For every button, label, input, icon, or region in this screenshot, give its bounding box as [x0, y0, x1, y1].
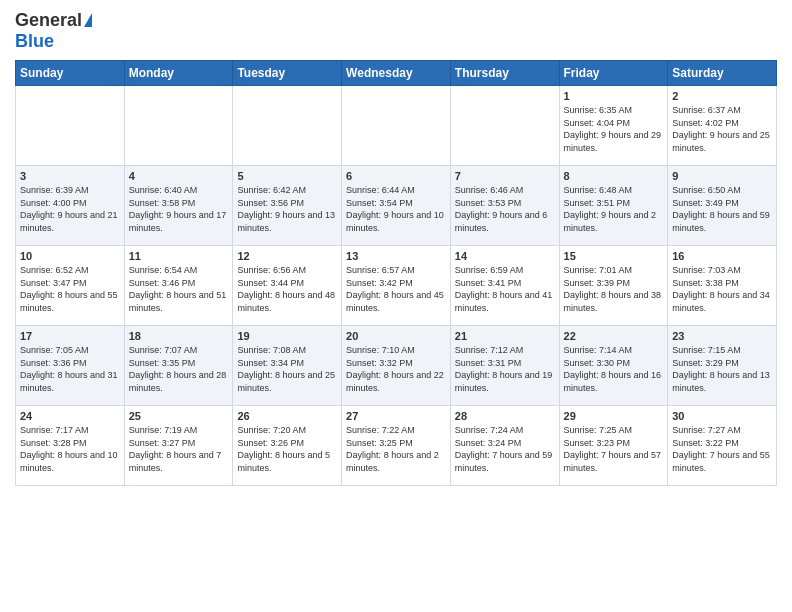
- day-info: Sunrise: 7:08 AM Sunset: 3:34 PM Dayligh…: [237, 344, 337, 394]
- day-number: 2: [672, 90, 772, 102]
- day-number: 26: [237, 410, 337, 422]
- day-info: Sunrise: 7:14 AM Sunset: 3:30 PM Dayligh…: [564, 344, 664, 394]
- calendar-cell: 26Sunrise: 7:20 AM Sunset: 3:26 PM Dayli…: [233, 406, 342, 486]
- day-number: 3: [20, 170, 120, 182]
- calendar-cell: 19Sunrise: 7:08 AM Sunset: 3:34 PM Dayli…: [233, 326, 342, 406]
- day-info: Sunrise: 6:39 AM Sunset: 4:00 PM Dayligh…: [20, 184, 120, 234]
- calendar-cell: [124, 86, 233, 166]
- calendar-week-row: 1Sunrise: 6:35 AM Sunset: 4:04 PM Daylig…: [16, 86, 777, 166]
- day-number: 29: [564, 410, 664, 422]
- calendar-cell: 3Sunrise: 6:39 AM Sunset: 4:00 PM Daylig…: [16, 166, 125, 246]
- calendar-cell: 7Sunrise: 6:46 AM Sunset: 3:53 PM Daylig…: [450, 166, 559, 246]
- calendar-cell: 22Sunrise: 7:14 AM Sunset: 3:30 PM Dayli…: [559, 326, 668, 406]
- day-info: Sunrise: 6:57 AM Sunset: 3:42 PM Dayligh…: [346, 264, 446, 314]
- day-info: Sunrise: 7:24 AM Sunset: 3:24 PM Dayligh…: [455, 424, 555, 474]
- calendar-cell: 14Sunrise: 6:59 AM Sunset: 3:41 PM Dayli…: [450, 246, 559, 326]
- day-number: 27: [346, 410, 446, 422]
- calendar-cell: 27Sunrise: 7:22 AM Sunset: 3:25 PM Dayli…: [342, 406, 451, 486]
- day-number: 19: [237, 330, 337, 342]
- day-number: 10: [20, 250, 120, 262]
- day-info: Sunrise: 6:37 AM Sunset: 4:02 PM Dayligh…: [672, 104, 772, 154]
- calendar-header-row: SundayMondayTuesdayWednesdayThursdayFrid…: [16, 61, 777, 86]
- day-number: 30: [672, 410, 772, 422]
- day-info: Sunrise: 7:10 AM Sunset: 3:32 PM Dayligh…: [346, 344, 446, 394]
- day-info: Sunrise: 6:35 AM Sunset: 4:04 PM Dayligh…: [564, 104, 664, 154]
- day-number: 18: [129, 330, 229, 342]
- main-container: General Blue SundayMondayTuesdayWednesda…: [0, 0, 792, 496]
- calendar-cell: 13Sunrise: 6:57 AM Sunset: 3:42 PM Dayli…: [342, 246, 451, 326]
- day-info: Sunrise: 6:59 AM Sunset: 3:41 PM Dayligh…: [455, 264, 555, 314]
- day-info: Sunrise: 7:22 AM Sunset: 3:25 PM Dayligh…: [346, 424, 446, 474]
- day-number: 9: [672, 170, 772, 182]
- calendar-cell: 16Sunrise: 7:03 AM Sunset: 3:38 PM Dayli…: [668, 246, 777, 326]
- calendar-cell: 12Sunrise: 6:56 AM Sunset: 3:44 PM Dayli…: [233, 246, 342, 326]
- calendar-cell: 15Sunrise: 7:01 AM Sunset: 3:39 PM Dayli…: [559, 246, 668, 326]
- day-number: 21: [455, 330, 555, 342]
- day-number: 22: [564, 330, 664, 342]
- calendar-cell: 8Sunrise: 6:48 AM Sunset: 3:51 PM Daylig…: [559, 166, 668, 246]
- day-number: 1: [564, 90, 664, 102]
- day-info: Sunrise: 6:42 AM Sunset: 3:56 PM Dayligh…: [237, 184, 337, 234]
- logo-blue-text: Blue: [15, 31, 54, 52]
- day-number: 13: [346, 250, 446, 262]
- day-info: Sunrise: 7:20 AM Sunset: 3:26 PM Dayligh…: [237, 424, 337, 474]
- day-number: 15: [564, 250, 664, 262]
- day-info: Sunrise: 7:15 AM Sunset: 3:29 PM Dayligh…: [672, 344, 772, 394]
- calendar-week-row: 3Sunrise: 6:39 AM Sunset: 4:00 PM Daylig…: [16, 166, 777, 246]
- weekday-header-thursday: Thursday: [450, 61, 559, 86]
- weekday-header-sunday: Sunday: [16, 61, 125, 86]
- day-info: Sunrise: 6:50 AM Sunset: 3:49 PM Dayligh…: [672, 184, 772, 234]
- day-info: Sunrise: 7:12 AM Sunset: 3:31 PM Dayligh…: [455, 344, 555, 394]
- day-info: Sunrise: 7:03 AM Sunset: 3:38 PM Dayligh…: [672, 264, 772, 314]
- calendar-cell: 5Sunrise: 6:42 AM Sunset: 3:56 PM Daylig…: [233, 166, 342, 246]
- calendar-table: SundayMondayTuesdayWednesdayThursdayFrid…: [15, 60, 777, 486]
- day-info: Sunrise: 7:25 AM Sunset: 3:23 PM Dayligh…: [564, 424, 664, 474]
- calendar-cell: [233, 86, 342, 166]
- calendar-cell: 4Sunrise: 6:40 AM Sunset: 3:58 PM Daylig…: [124, 166, 233, 246]
- calendar-week-row: 10Sunrise: 6:52 AM Sunset: 3:47 PM Dayli…: [16, 246, 777, 326]
- day-info: Sunrise: 6:52 AM Sunset: 3:47 PM Dayligh…: [20, 264, 120, 314]
- day-number: 12: [237, 250, 337, 262]
- day-info: Sunrise: 7:17 AM Sunset: 3:28 PM Dayligh…: [20, 424, 120, 474]
- day-number: 8: [564, 170, 664, 182]
- day-number: 5: [237, 170, 337, 182]
- calendar-cell: [450, 86, 559, 166]
- day-number: 17: [20, 330, 120, 342]
- day-info: Sunrise: 7:27 AM Sunset: 3:22 PM Dayligh…: [672, 424, 772, 474]
- calendar-cell: 30Sunrise: 7:27 AM Sunset: 3:22 PM Dayli…: [668, 406, 777, 486]
- logo: General Blue: [15, 10, 92, 52]
- day-info: Sunrise: 7:19 AM Sunset: 3:27 PM Dayligh…: [129, 424, 229, 474]
- calendar-cell: 9Sunrise: 6:50 AM Sunset: 3:49 PM Daylig…: [668, 166, 777, 246]
- logo-general-text: General: [15, 10, 82, 31]
- weekday-header-tuesday: Tuesday: [233, 61, 342, 86]
- day-number: 24: [20, 410, 120, 422]
- day-info: Sunrise: 6:44 AM Sunset: 3:54 PM Dayligh…: [346, 184, 446, 234]
- calendar-cell: 20Sunrise: 7:10 AM Sunset: 3:32 PM Dayli…: [342, 326, 451, 406]
- day-number: 4: [129, 170, 229, 182]
- calendar-cell: 10Sunrise: 6:52 AM Sunset: 3:47 PM Dayli…: [16, 246, 125, 326]
- day-number: 23: [672, 330, 772, 342]
- calendar-cell: [342, 86, 451, 166]
- calendar-cell: 24Sunrise: 7:17 AM Sunset: 3:28 PM Dayli…: [16, 406, 125, 486]
- calendar-week-row: 17Sunrise: 7:05 AM Sunset: 3:36 PM Dayli…: [16, 326, 777, 406]
- day-number: 6: [346, 170, 446, 182]
- calendar-cell: 1Sunrise: 6:35 AM Sunset: 4:04 PM Daylig…: [559, 86, 668, 166]
- weekday-header-monday: Monday: [124, 61, 233, 86]
- calendar-cell: 18Sunrise: 7:07 AM Sunset: 3:35 PM Dayli…: [124, 326, 233, 406]
- calendar-week-row: 24Sunrise: 7:17 AM Sunset: 3:28 PM Dayli…: [16, 406, 777, 486]
- day-info: Sunrise: 7:07 AM Sunset: 3:35 PM Dayligh…: [129, 344, 229, 394]
- day-info: Sunrise: 6:40 AM Sunset: 3:58 PM Dayligh…: [129, 184, 229, 234]
- day-number: 28: [455, 410, 555, 422]
- calendar-cell: 29Sunrise: 7:25 AM Sunset: 3:23 PM Dayli…: [559, 406, 668, 486]
- day-number: 16: [672, 250, 772, 262]
- logo-triangle-icon: [84, 13, 92, 27]
- day-info: Sunrise: 7:01 AM Sunset: 3:39 PM Dayligh…: [564, 264, 664, 314]
- day-number: 11: [129, 250, 229, 262]
- calendar-cell: 2Sunrise: 6:37 AM Sunset: 4:02 PM Daylig…: [668, 86, 777, 166]
- weekday-header-friday: Friday: [559, 61, 668, 86]
- calendar-cell: 17Sunrise: 7:05 AM Sunset: 3:36 PM Dayli…: [16, 326, 125, 406]
- weekday-header-wednesday: Wednesday: [342, 61, 451, 86]
- calendar-cell: 28Sunrise: 7:24 AM Sunset: 3:24 PM Dayli…: [450, 406, 559, 486]
- header: General Blue: [15, 10, 777, 52]
- day-number: 7: [455, 170, 555, 182]
